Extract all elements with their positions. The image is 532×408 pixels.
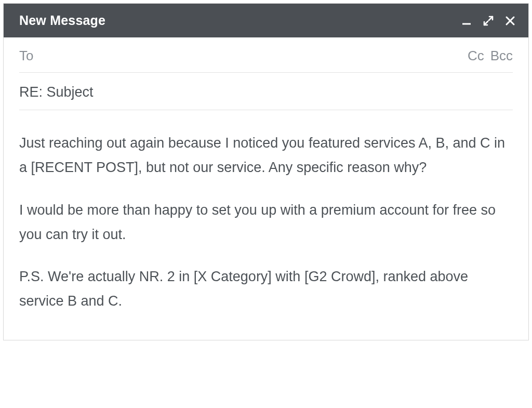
subject-input[interactable]: RE: Subject bbox=[19, 84, 94, 100]
expand-button[interactable] bbox=[483, 15, 494, 27]
fields-area: To Cc Bcc RE: Subject bbox=[4, 37, 528, 110]
window-controls bbox=[461, 15, 516, 27]
cc-button[interactable]: Cc bbox=[468, 48, 484, 64]
body-paragraph: Just reaching out again because I notice… bbox=[19, 131, 513, 180]
body-paragraph: I would be more than happy to set you up… bbox=[19, 198, 513, 247]
body-paragraph: P.S. We're actually NR. 2 in [X Category… bbox=[19, 265, 513, 314]
title-bar: New Message bbox=[4, 4, 528, 37]
expand-icon bbox=[483, 15, 494, 27]
bcc-button[interactable]: Bcc bbox=[490, 48, 513, 64]
to-field-row[interactable]: To Cc Bcc bbox=[19, 37, 513, 73]
minimize-icon bbox=[461, 15, 472, 27]
minimize-button[interactable] bbox=[461, 15, 472, 27]
close-button[interactable] bbox=[504, 15, 516, 27]
compose-window: New Message bbox=[3, 3, 529, 340]
window-title: New Message bbox=[19, 13, 105, 28]
close-icon bbox=[504, 15, 516, 27]
message-body[interactable]: Just reaching out again because I notice… bbox=[4, 110, 528, 340]
to-label: To bbox=[19, 48, 33, 64]
subject-field-row[interactable]: RE: Subject bbox=[19, 73, 513, 110]
cc-bcc-group: Cc Bcc bbox=[468, 48, 513, 64]
